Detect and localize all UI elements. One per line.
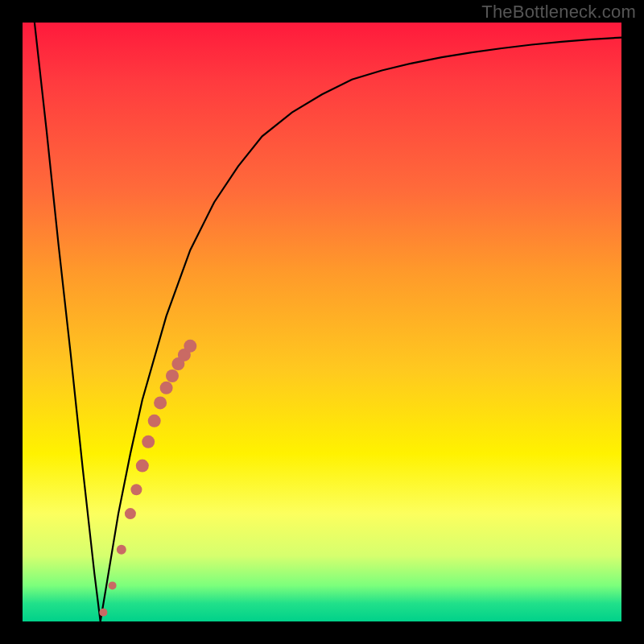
highlight-point xyxy=(142,436,155,448)
highlight-point xyxy=(130,484,142,495)
highlight-point xyxy=(148,415,161,427)
plot-area xyxy=(23,23,621,621)
chart-frame: TheBottleneck.com xyxy=(0,0,644,644)
highlight-point xyxy=(109,581,117,589)
highlight-point xyxy=(160,382,173,394)
highlight-point xyxy=(117,545,126,555)
chart-svg xyxy=(23,23,621,621)
highlight-point xyxy=(166,369,179,382)
highlight-point xyxy=(99,609,107,617)
bottleneck-curve xyxy=(35,23,621,621)
highlight-point xyxy=(184,340,196,353)
watermark-text: TheBottleneck.com xyxy=(481,2,636,23)
highlight-point xyxy=(136,460,149,473)
highlight-point xyxy=(154,396,167,409)
highlight-point xyxy=(125,508,136,519)
